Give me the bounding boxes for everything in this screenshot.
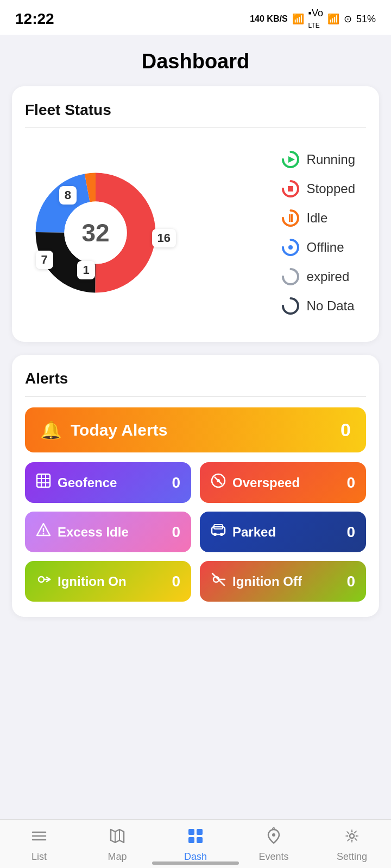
today-alerts-icon: 🔔: [40, 420, 62, 441]
ignitionon-button[interactable]: Ignition On 0: [25, 561, 191, 602]
ignitionoff-icon: [211, 572, 226, 591]
legend-expired-label: expired: [307, 269, 350, 284]
today-alerts-button[interactable]: 🔔 Today Alerts 0: [25, 407, 366, 452]
ignitionoff-label: Ignition Off: [232, 574, 302, 589]
nav-list-label: List: [31, 851, 47, 863]
legend-offline-label: Offline: [307, 240, 344, 255]
svg-point-29: [220, 533, 223, 536]
geofence-label: Geofence: [58, 475, 117, 490]
donut-total: 32: [81, 218, 109, 247]
overspeed-icon: [211, 473, 226, 492]
setting-icon: [343, 827, 361, 849]
svg-point-28: [213, 533, 217, 536]
nav-events[interactable]: Events: [247, 827, 301, 863]
nav-setting[interactable]: Setting: [325, 827, 379, 863]
fleet-legend: Running Stopped Idle: [281, 150, 361, 316]
svg-rect-47: [197, 837, 203, 843]
legend-idle-label: Idle: [307, 210, 328, 226]
running-icon: [281, 150, 300, 169]
alerts-divider: [25, 396, 366, 397]
svg-rect-16: [37, 474, 50, 487]
svg-marker-6: [288, 156, 295, 163]
overspeed-label: Overspeed: [232, 475, 300, 490]
network-speed: 140 KB/S: [250, 14, 287, 24]
svg-rect-8: [288, 186, 293, 192]
page-title: Dashboard: [0, 35, 391, 86]
wifi-icon: 📶: [292, 13, 304, 25]
stopped-icon: [281, 179, 300, 199]
excessidle-icon: [36, 522, 51, 541]
battery-level: 51%: [356, 14, 376, 25]
parked-count: 0: [346, 524, 355, 541]
svg-point-48: [272, 833, 275, 837]
donut-chart: 32 16 8 7 1: [30, 168, 161, 298]
dash-icon: [187, 827, 204, 849]
fleet-content: 32 16 8 7 1 Running: [25, 139, 366, 327]
svg-point-49: [350, 834, 354, 838]
svg-point-31: [39, 577, 44, 582]
geofence-icon: [36, 473, 51, 492]
parked-label: Parked: [232, 525, 276, 540]
parked-button[interactable]: Parked 0: [200, 512, 366, 552]
parked-icon: [211, 522, 226, 541]
svg-rect-45: [197, 829, 203, 835]
geofence-button[interactable]: Geofence 0: [25, 462, 191, 503]
today-alerts-left: 🔔 Today Alerts: [40, 420, 167, 441]
seg-label-blue: 7: [36, 251, 53, 269]
svg-rect-46: [188, 837, 194, 843]
legend-running-label: Running: [307, 152, 355, 167]
excessidle-button[interactable]: Excess Idle 0: [25, 512, 191, 552]
signal-icon: ▪VoLTE: [308, 8, 323, 30]
legend-nodata-label: No Data: [307, 298, 355, 314]
status-bar: 12:22 140 KB/S 📶 ▪VoLTE 📶 ⊙ 51%: [0, 0, 391, 35]
seg-label-black: 8: [59, 186, 77, 205]
ignitionoff-button[interactable]: Ignition Off 0: [200, 561, 366, 602]
events-icon: [265, 827, 282, 849]
legend-nodata: No Data: [281, 296, 355, 316]
expired-icon: [281, 267, 300, 286]
seg-label-red: 16: [152, 229, 176, 247]
fleet-status-title: Fleet Status: [25, 101, 366, 119]
excessidle-label: Excess Idle: [58, 525, 129, 540]
ignitionoff-count: 0: [346, 573, 355, 590]
seg-label-orange: 1: [77, 261, 94, 279]
legend-stopped-label: Stopped: [307, 181, 355, 196]
nodata-icon: [281, 296, 300, 316]
today-alerts-count: 0: [340, 419, 351, 441]
legend-idle: Idle: [281, 208, 355, 228]
offline-icon: [281, 238, 300, 257]
alerts-card: Alerts 🔔 Today Alerts 0: [12, 355, 379, 617]
legend-running: Running: [281, 150, 355, 169]
svg-rect-10: [289, 214, 291, 222]
svg-rect-44: [188, 829, 194, 835]
home-indicator: [152, 861, 239, 865]
nav-events-label: Events: [258, 851, 288, 863]
fleet-divider: [25, 127, 366, 128]
list-icon: [30, 827, 48, 849]
nav-list[interactable]: List: [12, 827, 66, 863]
svg-point-14: [283, 269, 298, 284]
status-time: 12:22: [15, 10, 54, 28]
ignitionon-label: Ignition On: [58, 574, 127, 589]
idle-icon: [281, 208, 300, 228]
ignitionon-count: 0: [172, 573, 180, 590]
bottom-nav: List Map Dash: [0, 819, 391, 868]
excessidle-count: 0: [172, 524, 180, 541]
overspeed-button[interactable]: Overspeed 0: [200, 462, 366, 503]
alert-grid: Geofence 0 Overspeed 0: [25, 462, 366, 602]
nav-dash[interactable]: Dash: [168, 827, 223, 863]
battery-icon: ⊙: [344, 13, 352, 25]
svg-point-23: [217, 479, 220, 482]
status-icons: 140 KB/S 📶 ▪VoLTE 📶 ⊙ 51%: [250, 8, 376, 30]
geofence-count: 0: [172, 474, 180, 492]
nav-map[interactable]: Map: [90, 827, 144, 863]
nav-map-label: Map: [108, 851, 127, 863]
today-alerts-label: Today Alerts: [71, 421, 167, 439]
svg-marker-41: [111, 829, 124, 843]
fleet-status-card: Fleet Status 32: [12, 86, 379, 342]
main-content: Dashboard Fleet Status: [0, 35, 391, 695]
legend-offline: Offline: [281, 238, 355, 257]
svg-point-15: [283, 298, 298, 314]
ignitionon-icon: [36, 572, 51, 591]
svg-point-26: [43, 533, 45, 535]
